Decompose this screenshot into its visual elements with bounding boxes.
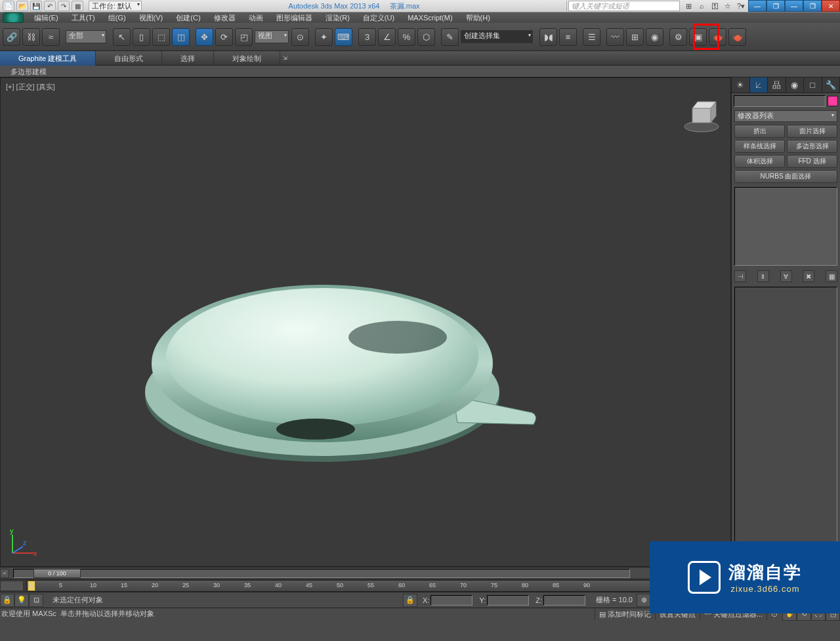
object-name-field[interactable] — [734, 95, 826, 107]
key-icon[interactable]: ⚿ — [709, 1, 721, 11]
scale-icon[interactable]: ◰ — [235, 28, 253, 46]
workspace-combo[interactable]: 工作台: 默认 — [89, 1, 142, 11]
coord-y-field[interactable] — [487, 595, 529, 606]
viewport[interactable]: [+] [正交] [真实] — [0, 77, 731, 567]
tab-graphite[interactable]: Graphite 建模工具 — [0, 51, 96, 66]
viewport-label[interactable]: [+] [正交] [真实] — [6, 82, 55, 92]
menu-modifiers[interactable]: 修改器 — [207, 12, 242, 23]
viewcube-icon[interactable] — [683, 96, 720, 133]
outer-minimize-button[interactable]: — — [785, 0, 803, 12]
timeslider-thumb[interactable]: 0 / 100 — [33, 569, 81, 578]
abs-rel-icon[interactable]: ⊕ — [637, 594, 651, 607]
align-icon[interactable]: ≡ — [559, 28, 577, 46]
star-icon[interactable]: ☆ — [722, 1, 734, 11]
keyboard-shortcut-icon[interactable]: ⌨ — [335, 28, 352, 46]
mod-volsel[interactable]: 体积选择 — [734, 155, 785, 168]
cmd-utilities-icon[interactable]: 🔧 — [822, 77, 841, 93]
tab-selection[interactable]: 选择 — [162, 51, 214, 66]
reference-coord-combo[interactable]: 视图 — [255, 30, 289, 43]
pin-stack-icon[interactable]: ⊣ — [734, 270, 746, 282]
object-color-swatch[interactable] — [828, 96, 838, 106]
transform-lock-icon[interactable]: 🔒 — [403, 594, 417, 607]
menu-render[interactable]: 渲染(R) — [319, 12, 356, 23]
rotate-icon[interactable]: ⟳ — [215, 28, 233, 46]
select-region-icon[interactable]: ⬚ — [152, 28, 170, 46]
schematic-icon[interactable]: ⊞ — [626, 28, 644, 46]
restore-button[interactable]: ❐ — [766, 0, 785, 12]
mod-splinesel[interactable]: 样条线选择 — [734, 140, 785, 153]
menu-group[interactable]: 组(G) — [102, 12, 133, 23]
cmd-display-icon[interactable]: □ — [804, 77, 822, 93]
timetag-button[interactable]: ▤ 添加时间标记 — [595, 608, 655, 620]
lock-icon[interactable]: 🔒 — [0, 594, 14, 607]
configure-icon[interactable]: ▦ — [826, 270, 837, 282]
make-unique-icon[interactable]: ∀ — [780, 270, 792, 282]
menu-animation[interactable]: 动画 — [242, 12, 270, 23]
select-name-icon[interactable]: ▯ — [133, 28, 150, 46]
coord-z-field[interactable] — [543, 595, 585, 606]
parameters-rollout[interactable] — [734, 287, 837, 549]
qat-open-icon[interactable]: 📂 — [16, 1, 28, 11]
cmd-motion-icon[interactable]: ◉ — [786, 77, 805, 93]
menu-edit[interactable]: 编辑(E) — [28, 12, 65, 23]
manipulate-icon[interactable]: ✦ — [315, 28, 333, 46]
timeslider-track[interactable]: 0 / 100 — [13, 569, 630, 578]
menu-help[interactable]: 帮助(H) — [459, 12, 497, 23]
editnamedsel-icon[interactable]: ✎ — [441, 28, 459, 46]
show-result-icon[interactable]: Ⅱ — [757, 270, 769, 282]
menu-create[interactable]: 创建(C) — [169, 12, 207, 23]
mod-nurbssel[interactable]: NURBS 曲面选择 — [734, 170, 837, 183]
modifier-list-combo[interactable]: 修改器列表 — [734, 110, 837, 122]
percent-snap-icon[interactable]: % — [398, 28, 415, 46]
move-icon[interactable]: ✥ — [196, 28, 213, 46]
qat-project-icon[interactable]: ▦ — [72, 1, 83, 11]
render-icon[interactable]: 🫖 — [709, 28, 726, 46]
remove-mod-icon[interactable]: ✖ — [803, 270, 814, 282]
menu-view[interactable]: 视图(V) — [133, 12, 170, 23]
qat-undo-icon[interactable]: ↶ — [44, 1, 56, 11]
outer-maximize-button[interactable]: ❐ — [803, 0, 822, 12]
window-crossing-icon[interactable]: ◫ — [172, 28, 190, 46]
named-selection-combo[interactable]: 创建选择集 — [461, 30, 533, 43]
material-editor-icon[interactable]: ◉ — [646, 28, 663, 46]
menu-maxscript[interactable]: MAXScript(M) — [401, 12, 459, 23]
minimize-button[interactable]: — — [748, 0, 766, 12]
coord-x-field[interactable] — [430, 595, 472, 606]
render-frame-icon[interactable]: ▣ — [689, 28, 707, 46]
mirror-icon[interactable]: ◗◖ — [539, 28, 557, 46]
modifier-stack[interactable] — [734, 187, 837, 266]
trackbar-mini-icon[interactable] — [0, 581, 24, 591]
mod-ffdsel[interactable]: FFD 选择 — [787, 155, 837, 168]
help-icon[interactable]: ?▾ — [735, 1, 747, 11]
spinner-snap-icon[interactable]: ⬡ — [417, 28, 435, 46]
mod-extrude[interactable]: 挤出 — [734, 125, 785, 138]
menu-tools[interactable]: 工具(T) — [65, 12, 102, 23]
select-icon[interactable]: ↖ — [113, 28, 131, 46]
search-icon[interactable]: ⌕ — [696, 1, 707, 11]
curve-editor-icon[interactable]: 〰 — [606, 28, 624, 46]
render-prod-icon[interactable]: 🫖 — [728, 28, 746, 46]
menu-customize[interactable]: 自定义(U) — [356, 12, 401, 23]
tab-paint[interactable]: 对象绘制 — [214, 51, 280, 66]
selection-filter-combo[interactable]: 全部 — [66, 30, 106, 43]
timeslider-left-icon[interactable]: < — [0, 569, 9, 578]
mod-patchsel[interactable]: 面片选择 — [787, 125, 837, 138]
layers-icon[interactable]: ☰ — [583, 28, 600, 46]
isolate-icon[interactable]: 💡 — [14, 594, 29, 607]
qat-new-icon[interactable]: 📄 — [3, 1, 14, 11]
cmd-modify-icon[interactable]: ⟀ — [750, 77, 768, 93]
qat-redo-icon[interactable]: ↷ — [58, 1, 70, 11]
app-3dsmax-icon[interactable] — [3, 12, 24, 23]
bind-icon[interactable]: ≈ — [42, 28, 60, 46]
render-setup-icon[interactable]: ⚙ — [669, 28, 687, 46]
snap-3-icon[interactable]: 3 — [358, 28, 376, 46]
select-lock-icon[interactable]: ⊡ — [29, 594, 43, 607]
qat-save-icon[interactable]: 💾 — [30, 1, 42, 11]
cmd-hierarchy-icon[interactable]: 品 — [768, 77, 786, 93]
center-icon[interactable]: ⊙ — [291, 28, 309, 46]
comm-center-icon[interactable]: ⊞ — [682, 1, 694, 11]
close-button[interactable]: ✕ — [822, 0, 840, 12]
ribbon-polymodel[interactable]: 多边形建模 — [4, 66, 53, 77]
unlink-icon[interactable]: ⛓ — [22, 28, 40, 46]
link-icon[interactable]: 🔗 — [3, 28, 20, 46]
